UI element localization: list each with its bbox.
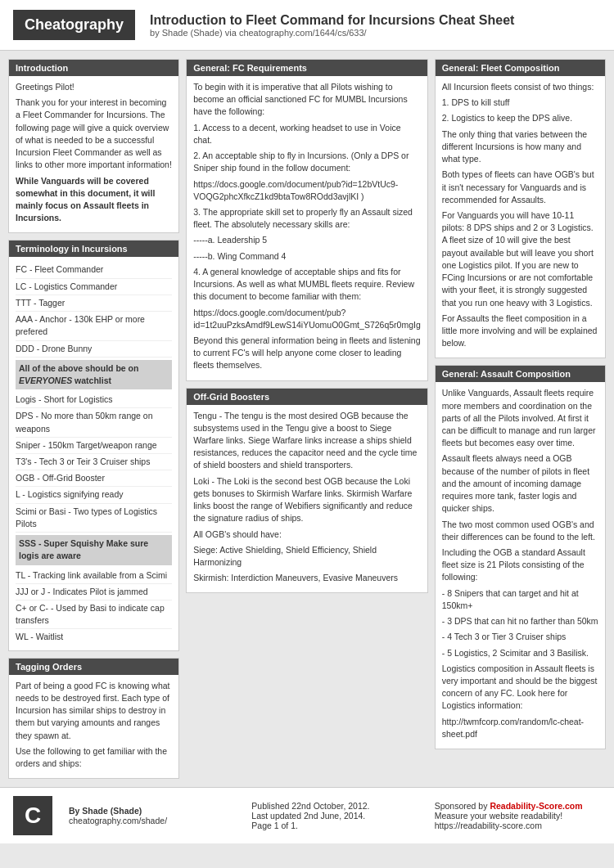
footer-author-col: By Shade (Shade) cheatography.com/shade/ — [69, 806, 235, 825]
section-ogb-body: Tengu - The tengu is the most desired OG… — [187, 405, 427, 593]
footer-page: Page 1 of 1. — [251, 821, 418, 830]
footer-sponsor-label: Sponsored by Readability-Score.com — [435, 801, 601, 811]
fc-req-3: 3. The appropriate skill set to properly… — [193, 206, 421, 231]
column-1: Introduction Greetings Pilot! Thank you … — [8, 59, 179, 779]
fleet-comp-ogb: Both types of fleets can have OGB's but … — [442, 169, 598, 206]
footer-sponsor-text: Measure your website readability! — [435, 811, 601, 821]
section-introduction: Introduction Greetings Pilot! Thank you … — [8, 59, 179, 233]
term-l: L - Logistics signifying ready — [16, 487, 172, 503]
logo: Cheatography — [13, 10, 135, 40]
fc-req-3a: -----a. Leadership 5 — [193, 234, 421, 246]
intro-text1: Thank you for your interest in becoming … — [16, 97, 172, 171]
section-tagging-body: Part of being a good FC is knowing what … — [9, 675, 178, 779]
assault-ogb: Assault fleets always need a OGB because… — [442, 452, 598, 515]
assault-size: Including the OGB a standard Assault fle… — [442, 546, 598, 584]
tagging-text1: Part of being a good FC is knowing what … — [16, 680, 172, 742]
tagging-text2: Use the following to get familiar with t… — [16, 745, 172, 770]
section-terminology-header: Terminology in Incursions — [9, 241, 178, 257]
assault-text1: Unlike Vanguards, Assault fleets require… — [442, 387, 598, 449]
page-header: Cheatography Introduction to Fleet Comma… — [0, 0, 614, 51]
assault-snipers: - 8 Snipers that can target and hit at 1… — [442, 587, 598, 612]
term-sniper: Sniper - 150km Target/weapon range — [16, 438, 172, 454]
section-assault-composition-header: General: Assault Composition — [436, 366, 605, 382]
section-assault-composition: General: Assault Composition Unlike Vang… — [435, 365, 606, 749]
fleet-comp-2: 2. Logistics to keep the DPS alive. — [442, 112, 598, 124]
section-introduction-header: Introduction — [9, 60, 178, 76]
term-ttt: TTT - Tagger — [16, 295, 172, 312]
footer-sponsor-col: Sponsored by Readability-Score.com Measu… — [435, 801, 601, 830]
assault-logistics: - 5 Logistics, 2 Scimitar and 3 Basilisk… — [442, 647, 598, 659]
term-dps: DPS - No more than 50km range on weapons — [16, 408, 172, 437]
term-fc: FC - Fleet Commander — [16, 262, 172, 278]
column-2: General: FC Requirements To begin with i… — [186, 59, 428, 779]
ogb-tengu: Tengu - The tengu is the most desired OG… — [193, 410, 421, 472]
term-tl: TL - Tracking link available from a Scim… — [16, 568, 172, 584]
term-aaa: AAA - Anchor - 130k EHP or more prefered — [16, 312, 172, 340]
term-cap: C+ or C- - Used by Basi to indicate cap … — [16, 600, 172, 629]
section-fc-requirements-body: To begin with it is imperative that all … — [187, 76, 427, 380]
intro-greeting: Greetings Pilot! — [16, 81, 172, 93]
fc-req-link2: https://docs.google.com/document/pub?id=… — [193, 307, 421, 331]
footer-dates-col: Published 22nd October, 2012. Last updat… — [251, 801, 418, 830]
section-ogb-header: Off-Grid Boosters — [187, 389, 427, 405]
section-terminology-body: FC - Fleet Commander LC - Logistics Comm… — [9, 257, 178, 650]
page-subtitle: by Shade (Shade) via cheatography.com/16… — [150, 28, 514, 38]
footer-author: By Shade (Shade) — [69, 806, 235, 816]
fc-req-4: 4. A general knowledge of acceptable shi… — [193, 266, 421, 304]
section-fc-requirements: General: FC Requirements To begin with i… — [186, 59, 428, 381]
section-ogb: Off-Grid Boosters Tengu - The tengu is t… — [186, 388, 428, 594]
assault-ogb-ref: The two most common used OGB's and their… — [442, 519, 598, 543]
section-fleet-composition: General: Fleet Composition All Incursion… — [435, 59, 606, 358]
section-fleet-composition-body: All Incursion fleets consist of two thin… — [436, 76, 605, 358]
term-jjj: JJJ or J - Indicates Pilot is jammed — [16, 584, 172, 600]
page-footer: C By Shade (Shade) cheatography.com/shad… — [0, 787, 614, 843]
column-3: General: Fleet Composition All Incursion… — [435, 59, 606, 779]
fc-req-text: To begin with it is imperative that all … — [193, 81, 421, 119]
section-tagging: Tagging Orders Part of being a good FC i… — [8, 658, 179, 780]
ogb-siege: Siege: Active Shielding, Shield Efficien… — [193, 544, 421, 569]
intro-bold: While Vanguards will be covered somewhat… — [16, 175, 172, 225]
fleet-comp-varies: The only thing that varies between the d… — [442, 128, 598, 166]
fc-req-beyond: Beyond this general information being in… — [193, 335, 421, 372]
term-watchlist: All of the above should be on EVERYONES … — [16, 360, 172, 389]
section-fleet-composition-header: General: Fleet Composition — [436, 60, 605, 76]
footer-author-link: cheatography.com/shade/ — [69, 816, 235, 825]
term-ddd: DDD - Drone Bunny — [16, 341, 172, 358]
term-ogb: OGB - Off-Grid Booster — [16, 470, 172, 487]
footer-updated: Last updated 2nd June, 2014. — [251, 811, 418, 821]
assault-t3: - 4 Tech 3 or Tier 3 Cruiser ships — [442, 631, 598, 643]
term-scimi: Scimi or Basi - Two types of Logistics P… — [16, 504, 172, 533]
section-fc-requirements-header: General: FC Requirements — [187, 60, 427, 76]
fleet-comp-text1: All Incursion fleets consist of two thin… — [442, 81, 598, 93]
fleet-comp-vanguards: For Vanguards you will have 10-11 pilots… — [442, 209, 598, 309]
fc-req-link1: https://docs.google.com/document/pub?id=… — [193, 178, 421, 203]
term-sss: SSS - Super Squishy Make sure logis are … — [16, 535, 172, 564]
term-t3s: T3's - Tech 3 or Teir 3 Cruiser ships — [16, 454, 172, 470]
section-introduction-body: Greetings Pilot! Thank you for your inte… — [9, 76, 178, 232]
assault-logistics-info: Logistics composition in Assault fleets … — [442, 663, 598, 713]
section-terminology: Terminology in Incursions FC - Fleet Com… — [8, 240, 179, 650]
fc-req-1: 1. Access to a decent, working headset t… — [193, 122, 421, 146]
fc-req-2: 2. An acceptable ship to fly in Incursio… — [193, 150, 421, 174]
section-assault-composition-body: Unlike Vanguards, Assault fleets require… — [436, 382, 605, 749]
section-tagging-header: Tagging Orders — [9, 659, 178, 675]
ogb-loki: Loki - The Loki is the second best OGB b… — [193, 475, 421, 525]
fleet-comp-assaults: For Assaults the fleet composition in a … — [442, 313, 598, 350]
footer-published: Published 22nd October, 2012. — [251, 801, 418, 811]
ogb-skirmish: Skirmish: Interdiction Maneuvers, Evasiv… — [193, 572, 421, 584]
footer-logo: C — [13, 796, 52, 835]
header-text: Introduction to Fleet Command for Incurs… — [150, 13, 514, 38]
fleet-comp-1: 1. DPS to kill stuff — [442, 97, 598, 109]
fc-req-3b: -----b. Wing Command 4 — [193, 250, 421, 263]
main-content: Introduction Greetings Pilot! Thank you … — [0, 51, 614, 787]
term-logis: Logis - Short for Logistics — [16, 392, 172, 408]
term-wl: WL - Waitlist — [16, 629, 172, 645]
ogb-all: All OGB's should have: — [193, 528, 421, 541]
footer-sponsor-link: https://readability-score.com — [435, 821, 601, 830]
assault-link: http://twmfcorp.com/random/lc-cheat-shee… — [442, 716, 598, 740]
page-title: Introduction to Fleet Command for Incurs… — [150, 13, 514, 28]
assault-dps: - 3 DPS that can hit no farther than 50k… — [442, 615, 598, 627]
term-lc: LC - Logistics Commander — [16, 279, 172, 295]
